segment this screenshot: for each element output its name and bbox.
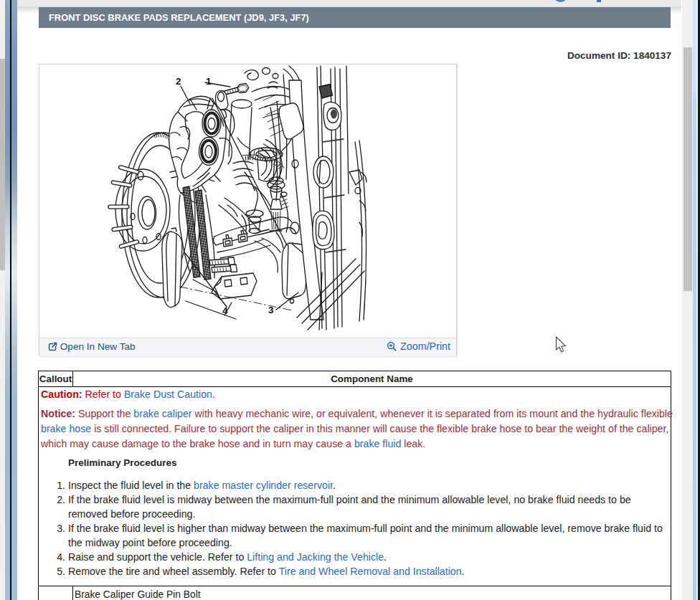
svg-text:3: 3 <box>268 305 274 315</box>
svg-text:2: 2 <box>176 76 181 87</box>
svg-text:4: 4 <box>222 305 228 316</box>
svg-text:1: 1 <box>206 76 212 87</box>
